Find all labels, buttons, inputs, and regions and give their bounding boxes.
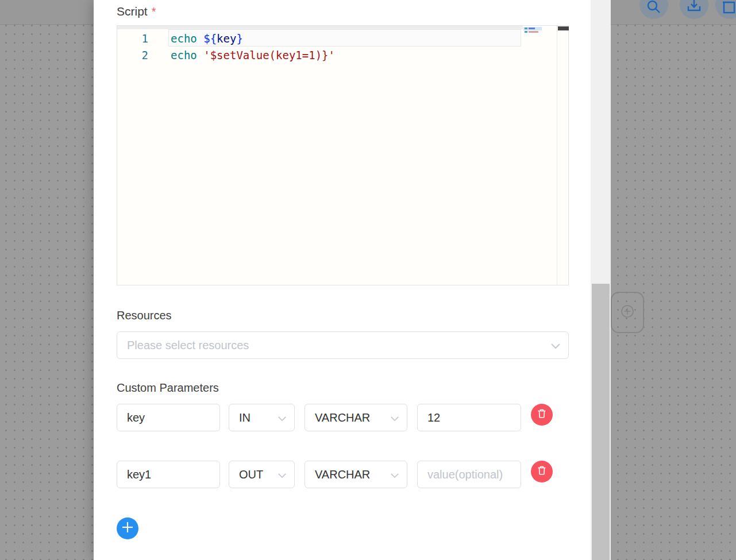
param-type-select[interactable]: VARCHAR — [305, 404, 407, 431]
code-line: echo '$setValue(key1=1)}' — [171, 47, 335, 63]
canvas-add-node-card[interactable] — [611, 292, 644, 333]
param-row-2-name-field — [117, 461, 220, 488]
script-label-text: Script — [117, 5, 148, 18]
editor-minimap[interactable] — [522, 26, 557, 285]
delete-param-row-button[interactable] — [531, 461, 553, 482]
resources-field-label: Resources — [117, 309, 172, 322]
code-token: echo — [171, 49, 197, 61]
resources-select[interactable]: Please select resources — [117, 331, 569, 359]
param-type-select[interactable]: VARCHAR — [305, 461, 407, 488]
script-code-editor[interactable]: 1 2 echo ${key} echo '$setValue(key1=1)}… — [117, 25, 569, 285]
param-row-2-value-field — [417, 461, 521, 488]
chevron-down-icon — [278, 468, 287, 481]
chevron-down-icon — [390, 411, 399, 424]
param-row-1-name-field — [117, 404, 220, 431]
line-number: 2 — [117, 47, 148, 63]
param-value-input[interactable] — [417, 461, 521, 488]
param-type-value: VARCHAR — [315, 411, 370, 424]
code-token — [197, 49, 203, 61]
minimap-mark — [529, 31, 538, 33]
trash-icon — [536, 408, 548, 422]
code-token: '$setValue(key1=1)}' — [203, 49, 335, 61]
plus-circle-icon — [620, 304, 635, 321]
minimap-mark — [525, 28, 527, 29]
drawer-scrollbar-track[interactable] — [591, 0, 611, 560]
task-edit-drawer: Script* 1 2 echo ${key} echo '$setValue(… — [94, 0, 591, 560]
param-direction-select[interactable]: IN — [229, 404, 295, 431]
code-token — [197, 32, 203, 45]
required-marker: * — [152, 5, 156, 18]
param-name-input[interactable] — [117, 461, 220, 488]
editor-divider — [557, 26, 557, 285]
script-field-label: Script* — [117, 5, 156, 18]
code-token: } — [236, 32, 242, 45]
chevron-down-icon — [550, 339, 561, 352]
chevron-down-icon — [278, 411, 287, 424]
line-number: 1 — [117, 30, 148, 47]
trash-icon — [536, 465, 548, 478]
code-token: ${ — [203, 32, 217, 45]
param-direction-value: IN — [239, 411, 251, 424]
delete-node-button[interactable] — [715, 0, 736, 19]
chevron-down-icon — [390, 468, 399, 481]
param-row-1-value-field — [417, 404, 521, 431]
param-type-value: VARCHAR — [315, 468, 370, 481]
drawer-scrollbar-thumb[interactable] — [592, 284, 610, 560]
editor-scrollbar-thumb[interactable] — [558, 26, 569, 30]
plus-icon — [121, 521, 134, 536]
param-value-input[interactable] — [417, 404, 521, 431]
minimap-mark — [525, 31, 527, 33]
param-direction-value: OUT — [239, 468, 263, 481]
resources-placeholder: Please select resources — [127, 339, 249, 352]
code-token: echo — [171, 32, 197, 45]
code-token: key — [217, 32, 236, 45]
download-button[interactable] — [680, 0, 708, 19]
delete-param-row-button[interactable] — [531, 404, 553, 426]
custom-parameters-label: Custom Parameters — [117, 381, 219, 395]
minimap-mark — [529, 28, 535, 29]
param-direction-select[interactable]: OUT — [229, 461, 295, 488]
add-param-button[interactable] — [117, 517, 138, 539]
code-line: echo ${key} — [171, 30, 243, 47]
param-name-input[interactable] — [117, 404, 220, 431]
search-button[interactable] — [639, 0, 668, 19]
